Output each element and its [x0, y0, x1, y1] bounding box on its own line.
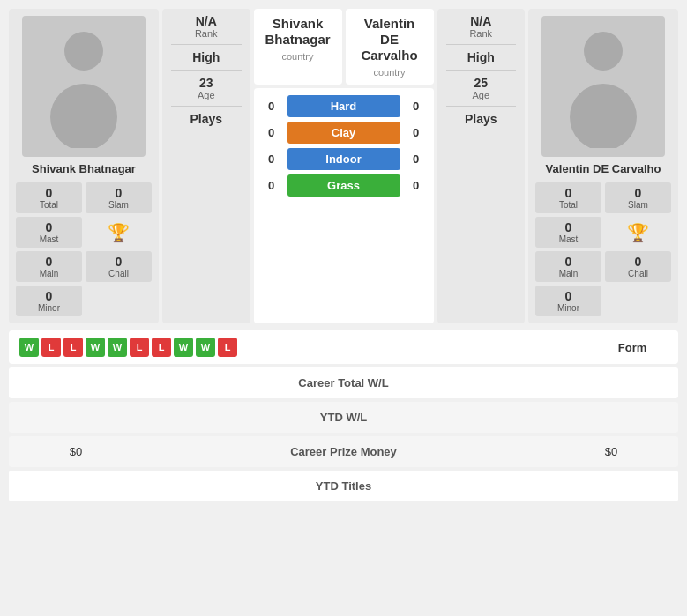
form-badge-9: W	[196, 338, 215, 357]
form-badge-3: L	[63, 338, 83, 357]
player2-main2: 0 Main	[535, 251, 601, 282]
player2-trophy: 🏆	[605, 217, 671, 248]
career-wl-label: Career Total W/L	[298, 376, 388, 390]
surface-panel: 0 Hard 0 0 Clay 0 0 Indoor 0	[254, 88, 434, 323]
hard-score-right: 0	[406, 100, 427, 113]
player1-name-center: Shivank Bhatnagar	[263, 16, 333, 48]
bottom-rows: Career Total W/L YTD W/L $0 Career Prize…	[9, 367, 678, 501]
form-badge-6: L	[130, 338, 149, 357]
career-prize-label: Career Prize Money	[129, 445, 558, 458]
form-badge-5: W	[108, 338, 127, 357]
player1-name-panel: Shivank Bhatnagar country	[254, 9, 342, 85]
player2-minor: 0 Minor	[535, 286, 601, 316]
form-label: Form	[597, 341, 668, 354]
form-badge-1: W	[19, 338, 39, 357]
player1-trophy: 🏆	[86, 217, 152, 248]
player1-card: Shivank Bhatnagar 0 Total 0 Slam 0 Mast …	[9, 9, 159, 323]
player1-main2: 0 Main	[16, 251, 82, 282]
surface-row-hard: 0 Hard 0	[261, 95, 427, 117]
indoor-score-right: 0	[406, 152, 427, 166]
surface-row-indoor: 0 Indoor 0	[261, 148, 427, 170]
clay-score-left: 0	[261, 126, 282, 139]
player2-mast: 0 Mast	[535, 217, 601, 248]
surface-row-grass: 0 Grass 0	[261, 174, 427, 197]
form-badge-10: L	[218, 338, 237, 357]
player2-age-box: 25 Age	[472, 76, 489, 100]
ytd-titles-label: YTD Titles	[316, 479, 371, 493]
player1-total: 0 Total	[16, 182, 82, 213]
prize-left: $0	[23, 445, 129, 458]
player2-name-panel: Valentin DE Carvalho country	[346, 9, 434, 85]
form-badge-8: W	[174, 338, 193, 357]
indoor-score-left: 0	[261, 152, 282, 166]
player1-avatar	[22, 16, 146, 157]
player2-rank-box: N/A Rank	[469, 14, 492, 39]
player2-country: country	[373, 67, 405, 78]
form-badge-7: L	[152, 338, 171, 357]
surface-row-clay: 0 Clay 0	[261, 122, 427, 144]
player1-high: High	[192, 50, 220, 64]
career-prize-row: $0 Career Prize Money $0	[9, 436, 678, 467]
player1-minor: 0 Minor	[16, 286, 82, 316]
indoor-badge: Indoor	[287, 148, 400, 170]
hard-score-left: 0	[261, 100, 282, 113]
ytd-wl-row: YTD W/L	[9, 402, 678, 433]
form-row: W L L W W L L W W L Form	[9, 330, 678, 364]
form-badge-4: W	[86, 338, 105, 357]
svg-point-0	[64, 32, 103, 71]
player2-plays: Plays	[465, 112, 497, 126]
player1-name: Shivank Bhatnagar	[32, 162, 136, 175]
player1-age-box: 23 Age	[198, 76, 215, 100]
hard-badge: Hard	[287, 95, 400, 117]
trophy-icon: 🏆	[108, 222, 130, 243]
player1-stats-panel: N/A Rank High 23 Age Plays	[162, 9, 250, 323]
player1-chall: 0 Chall	[86, 251, 152, 282]
player2-slam: 0 Slam	[605, 182, 671, 213]
player2-name-center: Valentin DE Carvalho	[355, 16, 425, 63]
player1-slam: 0 Slam	[86, 182, 152, 213]
career-wl-row: Career Total W/L	[9, 367, 678, 398]
player1-mast: 0 Mast	[16, 217, 82, 248]
ytd-wl-label: YTD W/L	[320, 411, 367, 424]
player2-high: High	[467, 50, 495, 64]
player2-chall: 0 Chall	[605, 251, 671, 282]
trophy-icon-2: 🏆	[627, 222, 649, 243]
form-badge-2: L	[41, 338, 61, 357]
player2-card: Valentin DE Carvalho 0 Total 0 Slam 0 Ma…	[528, 9, 678, 323]
ytd-titles-row: YTD Titles	[9, 471, 678, 501]
clay-badge: Clay	[287, 122, 400, 144]
clay-score-right: 0	[406, 126, 427, 139]
svg-point-1	[50, 84, 117, 148]
form-badges: W L L W W L L W W L	[19, 338, 590, 357]
svg-point-2	[584, 32, 623, 71]
player2-avatar	[541, 16, 665, 157]
player2-total: 0 Total	[535, 182, 601, 213]
grass-badge: Grass	[287, 174, 400, 197]
prize-right: $0	[558, 445, 664, 458]
center-area: Shivank Bhatnagar country Valentin DE Ca…	[254, 9, 434, 323]
player2-name: Valentin DE Carvalho	[546, 162, 661, 175]
player1-country: country	[281, 51, 313, 62]
player1-rank-box: N/A Rank	[195, 14, 218, 39]
player2-stats: 0 Total 0 Slam 0 Mast 🏆 0 Main	[535, 182, 671, 316]
player1-plays: Plays	[190, 112, 222, 126]
grass-score-right: 0	[406, 179, 427, 192]
player1-stats: 0 Total 0 Slam 0 Mast 🏆 0 Main	[16, 182, 152, 316]
player2-stats-panel: N/A Rank High 25 Age Plays	[437, 9, 526, 323]
grass-score-left: 0	[261, 179, 282, 192]
svg-point-3	[570, 84, 637, 148]
